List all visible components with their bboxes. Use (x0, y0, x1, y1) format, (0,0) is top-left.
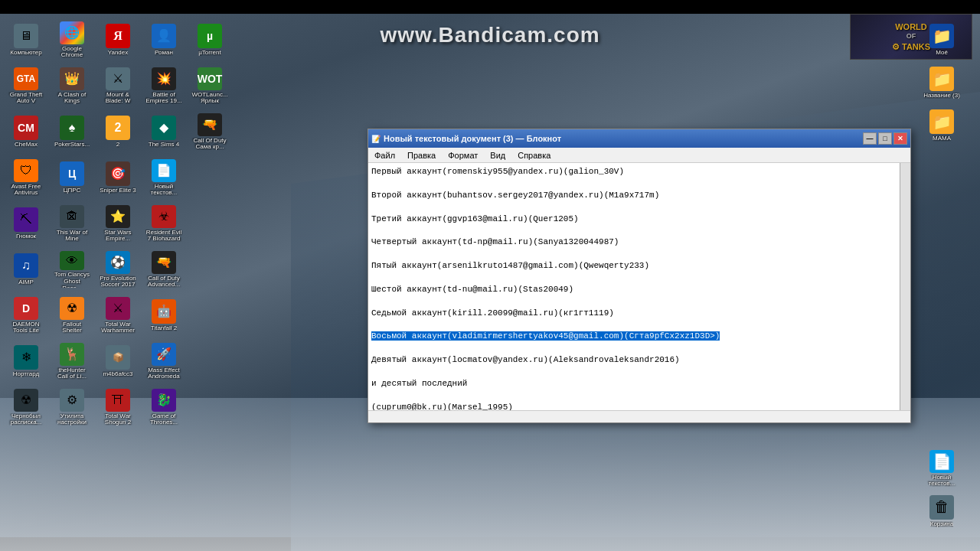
icon-chernobyl[interactable]: ☢ Чернобыл расписка... (6, 387, 46, 427)
notepad-window: 📝 Новый текстовый документ (3) — Блокнот… (368, 129, 911, 423)
icon-hunter[interactable]: 🦌 theHunter Call of Li... (52, 341, 92, 381)
icon-img-daemon: D (14, 297, 38, 320)
icon-img-titanfall: 🤖 (152, 299, 176, 324)
desktop: www.Bandicam.com WORLD OF ⚙ TANKS 🖥 Комп… (0, 0, 980, 551)
icon-img-warmine: ⛏ (14, 207, 38, 232)
maximize-button[interactable]: □ (878, 132, 892, 145)
icon-label-komputer: Компьютер (10, 50, 41, 57)
icon-gta[interactable]: GTA Grand Theft Auto V (6, 66, 46, 106)
icon-starwars[interactable]: ⭐ Star Wars Empire... (98, 204, 138, 243)
icon-label-daemon: DAEMON Tools Lite (8, 321, 44, 334)
icon-tspr[interactable]: Ц ЦПРС (52, 158, 92, 197)
icon-mount[interactable]: ⚔ Mount & Blade: W (98, 66, 138, 106)
icon-mama[interactable]: 📁 МАМА (922, 106, 962, 145)
icon-img-m4b: 📦 (106, 345, 130, 370)
icon-img-utilita: ⚙ (60, 389, 84, 412)
icon-cod[interactable]: 🔫 Call Of Duty Сама кр... (190, 112, 230, 152)
icon-empty4 (190, 295, 230, 335)
icon-label-mount: Mount & Blade: W (100, 92, 136, 104)
icon-nazvanie[interactable]: 📁 Название (3) (922, 63, 962, 103)
icon-totalwar2[interactable]: ⛩ Total War Shogun 2 (98, 387, 138, 427)
icon-warmine[interactable]: ⛏ Гномок (6, 204, 46, 243)
icon-label-noviy-right: Новый текстов... (923, 474, 960, 487)
icon-masseffect[interactable]: 🚀 Mass Effect Andromeda (144, 341, 184, 381)
icon-label-chernobyl: Чернобыл расписка... (8, 413, 44, 425)
icon-roman[interactable]: 👤 Роман (144, 20, 184, 60)
icon-img-mount: ⚔ (106, 67, 130, 90)
icon-img-tomclancy: 👁 (60, 251, 84, 270)
icon-label-poker: PokerStars... (54, 142, 90, 148)
icon-img-wotlauncher: WOT (198, 67, 222, 90)
icon-img-yandex: Я (106, 24, 130, 48)
icon-sniper[interactable]: 🎯 Sniper Elite 3 (98, 158, 138, 197)
icon-img-totalwar2: ⛩ (106, 389, 130, 412)
icon-img-starwars: ⭐ (106, 205, 130, 228)
notepad-text: Первый аккаунт(romenskiy955@yandex.ru)(g… (371, 166, 907, 410)
icon-empty3 (190, 249, 230, 289)
icon-resident[interactable]: ☣ Resident Evil 7 Biohazard (144, 204, 184, 243)
icon-clash[interactable]: 👑 A Clash of Kings (52, 66, 92, 106)
icon-img-gta: GTA (14, 67, 38, 90)
icon-chemax[interactable]: CM CheMax (6, 112, 46, 152)
icon-label-totalwar: Total War Warhammer (100, 321, 136, 334)
menu-file[interactable]: Файл (371, 150, 398, 161)
icon-img-tspr: Ц (60, 161, 84, 186)
menu-help[interactable]: Справка (514, 150, 554, 161)
icon-tomclancy[interactable]: 👁 Tom Clancys Ghost Reco... (52, 249, 92, 289)
icon-daemon[interactable]: D DAEMON Tools Lite (6, 295, 46, 335)
icon-poker[interactable]: ♠ PokerStars... (52, 112, 92, 152)
desktop-icons-area: 🖥 Компьютер 🌐 Google Chrome Я Yandex 👤 Р… (0, 14, 368, 537)
notepad-content[interactable]: Первый аккаунт(romenskiy955@yandex.ru)(g… (368, 163, 910, 410)
icon-img-two: 2 (106, 116, 130, 140)
icon-label-recycle: Корзина (930, 521, 953, 528)
icon-komputer[interactable]: 🖥 Компьютер (6, 20, 46, 60)
icon-two[interactable]: 2 2 (98, 112, 138, 152)
icon-m4b[interactable]: 📦 m4b6afcc3 (98, 341, 138, 381)
icon-empty2 (190, 204, 230, 243)
notepad-statusbar (368, 410, 910, 422)
icon-thiswar[interactable]: 🏚 This War of Mine (52, 204, 92, 243)
icon-label-nazvanie: Название (3) (923, 93, 960, 99)
icon-wotlauncher[interactable]: WOT WOTLaunc... Ярлык (190, 66, 230, 106)
icon-noviy-right[interactable]: 📄 Новый текстов... (922, 448, 962, 488)
icon-proevo[interactable]: ⚽ Pro Evolution Soccer 2017 (98, 249, 138, 289)
icon-fallout[interactable]: ☢ Fallout Shelter (52, 295, 92, 335)
menu-view[interactable]: Вид (487, 150, 508, 161)
icon-img-avast: 🛡 (14, 159, 38, 182)
icon-utilita[interactable]: ⚙ Утилита настройки (52, 387, 92, 427)
icon-label-m4b: m4b6afcc3 (103, 371, 132, 378)
icon-totalwar[interactable]: ⚔ Total War Warhammer (98, 295, 138, 335)
icon-sims[interactable]: ◆ The Sims 4 (144, 112, 184, 152)
notepad-scrollbar[interactable] (900, 163, 910, 410)
icon-battle[interactable]: 💥 Battle of Empires 19... (144, 66, 184, 106)
icon-noviy[interactable]: 📄 Новый текстов... (144, 158, 184, 197)
icon-label-proevo: Pro Evolution Soccer 2017 (100, 276, 136, 288)
icon-img-recycle: 🗑 (929, 495, 954, 520)
icon-titanfall[interactable]: 🤖 Titanfall 2 (144, 295, 184, 335)
icon-img-hunter: 🦌 (60, 343, 84, 366)
icon-recycle[interactable]: 🗑 Корзина (922, 491, 962, 531)
icon-label-utorrent: µTorrent (198, 50, 221, 57)
menu-edit[interactable]: Правка (404, 150, 439, 161)
icon-label-hunter: theHunter Call of Li... (54, 367, 90, 380)
icon-label-avast: Avast Free Antivirus (8, 184, 44, 196)
icon-label-utilita: Утилита настройки (54, 413, 90, 425)
icon-nord[interactable]: ❄ Нортгард (6, 341, 46, 381)
notepad-menubar: Файл Правка Формат Вид Справка (368, 148, 910, 163)
minimize-button[interactable]: — (863, 132, 877, 145)
icon-chrome[interactable]: 🌐 Google Chrome (52, 20, 92, 60)
icon-yandex[interactable]: Я Yandex (98, 20, 138, 60)
notepad-titlebar: 📝 Новый текстовый документ (3) — Блокнот… (368, 129, 910, 148)
icon-avast[interactable]: 🛡 Avast Free Antivirus (6, 158, 46, 197)
icon-utorrent[interactable]: µ µTorrent (190, 20, 230, 60)
icon-img-proevo: ⚽ (106, 251, 130, 274)
close-button[interactable]: ✕ (893, 132, 907, 145)
icon-aimp[interactable]: ♫ AIMP (6, 249, 46, 289)
icon-label-fallout: Fallout Shelter (54, 321, 90, 334)
icon-moe[interactable]: 📁 Моё (922, 20, 962, 60)
menu-format[interactable]: Формат (445, 150, 481, 161)
icon-codadv[interactable]: 🔫 Call of Duty Advanced... (144, 249, 184, 289)
icon-got[interactable]: 🐉 Game of Thrones... (144, 387, 184, 427)
icon-empty5 (190, 341, 230, 381)
icon-label-titanfall: Titanfall 2 (151, 325, 177, 332)
